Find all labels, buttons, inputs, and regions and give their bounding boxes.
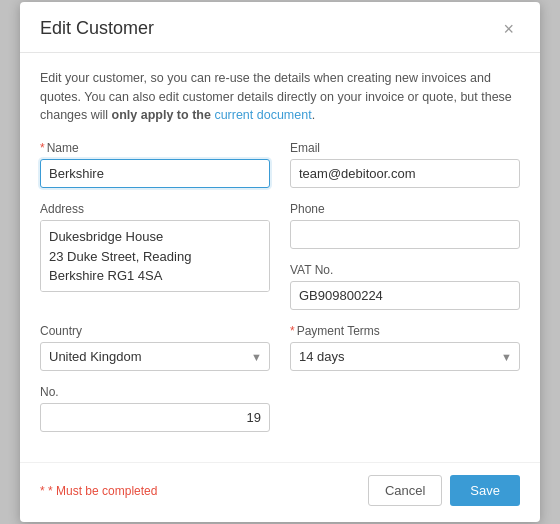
payment-required-star: *	[290, 324, 295, 338]
name-label: *Name	[40, 141, 270, 155]
country-select-wrapper: United Kingdom United States Germany Fra…	[40, 342, 270, 371]
close-button[interactable]: ×	[497, 18, 520, 40]
cancel-button[interactable]: Cancel	[368, 475, 442, 506]
payment-select[interactable]: Immediate 7 days 14 days 30 days 60 days	[290, 342, 520, 371]
phone-group: Phone	[290, 202, 520, 249]
required-star: *	[40, 484, 48, 498]
country-col: Country United Kingdom United States Ger…	[40, 324, 270, 371]
intro-text: Edit your customer, so you can re-use th…	[40, 69, 520, 125]
vat-label: VAT No.	[290, 263, 520, 277]
no-col: No.	[40, 385, 270, 432]
modal-footer: * * Must be completed Cancel Save	[20, 462, 540, 522]
address-col: Address Dukesbridge House 23 Duke Street…	[40, 202, 270, 310]
current-document-link[interactable]: current document	[214, 108, 311, 122]
vat-input[interactable]	[290, 281, 520, 310]
phone-input[interactable]	[290, 220, 520, 249]
name-col: *Name	[40, 141, 270, 188]
phone-label: Phone	[290, 202, 520, 216]
required-note: * * Must be completed	[40, 484, 157, 498]
no-group: No.	[40, 385, 270, 432]
email-input[interactable]	[290, 159, 520, 188]
payment-group: *Payment Terms Immediate 7 days 14 days …	[290, 324, 520, 371]
no-spacer	[290, 385, 520, 432]
modal-title: Edit Customer	[40, 18, 154, 39]
modal-body: Edit your customer, so you can re-use th…	[20, 53, 540, 462]
name-group: *Name	[40, 141, 270, 188]
modal-overlay: Edit Customer × Edit your customer, so y…	[0, 0, 560, 524]
address-label: Address	[40, 202, 270, 216]
name-email-row: *Name Email	[40, 141, 520, 188]
payment-col: *Payment Terms Immediate 7 days 14 days …	[290, 324, 520, 371]
name-required-star: *	[40, 141, 45, 155]
no-row: No.	[40, 385, 520, 432]
payment-select-wrapper: Immediate 7 days 14 days 30 days 60 days…	[290, 342, 520, 371]
no-label: No.	[40, 385, 270, 399]
country-group: Country United Kingdom United States Ger…	[40, 324, 270, 371]
vat-group: VAT No.	[290, 263, 520, 310]
payment-label: *Payment Terms	[290, 324, 520, 338]
name-input[interactable]	[40, 159, 270, 188]
modal-header: Edit Customer ×	[20, 2, 540, 53]
country-label: Country	[40, 324, 270, 338]
save-button[interactable]: Save	[450, 475, 520, 506]
footer-buttons: Cancel Save	[368, 475, 520, 506]
no-input[interactable]	[40, 403, 270, 432]
country-payment-row: Country United Kingdom United States Ger…	[40, 324, 520, 371]
phone-col: Phone VAT No.	[290, 202, 520, 310]
country-select[interactable]: United Kingdom United States Germany Fra…	[40, 342, 270, 371]
address-input[interactable]: Dukesbridge House 23 Duke Street, Readin…	[40, 220, 270, 292]
address-phone-row: Address Dukesbridge House 23 Duke Street…	[40, 202, 520, 310]
address-group: Address Dukesbridge House 23 Duke Street…	[40, 202, 270, 295]
email-label: Email	[290, 141, 520, 155]
email-group: Email	[290, 141, 520, 188]
email-col: Email	[290, 141, 520, 188]
edit-customer-modal: Edit Customer × Edit your customer, so y…	[20, 2, 540, 522]
